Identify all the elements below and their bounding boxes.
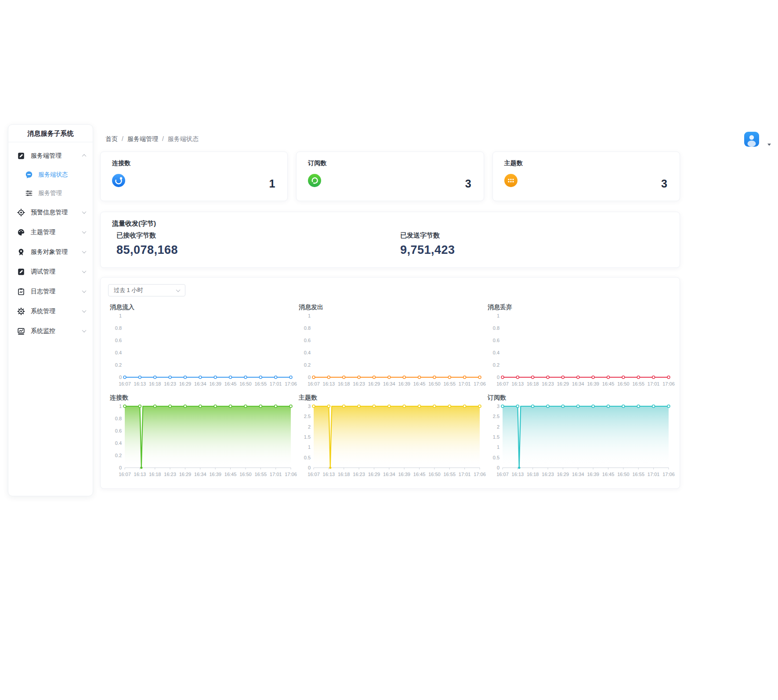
charts-card: 过去 1 小时 消息流入 10.80.60.40.2016:0716:1316:…: [100, 277, 680, 489]
svg-text:0.4: 0.4: [304, 350, 311, 355]
svg-text:16:29: 16:29: [179, 381, 192, 386]
svg-text:2: 2: [497, 424, 499, 429]
svg-text:16:07: 16:07: [308, 472, 320, 477]
avatar-caret-icon[interactable]: [767, 144, 771, 146]
svg-text:0: 0: [497, 465, 499, 470]
svg-text:17:01: 17:01: [270, 381, 282, 386]
svg-text:16:45: 16:45: [413, 381, 426, 386]
person-icon: [744, 132, 759, 147]
chevron-down-icon: [82, 209, 87, 214]
sidebar-item-label: 日志管理: [31, 288, 55, 296]
chart-messages-dropped: 消息丢弃 10.80.60.40.2016:0716:1316:1816:231…: [486, 302, 675, 389]
chart-title: 消息丢弃: [488, 303, 675, 311]
svg-text:16:45: 16:45: [602, 381, 615, 386]
svg-text:0.4: 0.4: [115, 440, 122, 446]
svg-text:16:55: 16:55: [633, 472, 645, 477]
clipboard-icon: [17, 288, 25, 296]
svg-text:17:01: 17:01: [270, 472, 282, 477]
traffic-sent: 已发送字节数 9,751,423: [400, 231, 455, 257]
sidebar-item-label: 服务对象管理: [31, 248, 68, 256]
svg-text:17:01: 17:01: [459, 381, 471, 386]
svg-text:16:50: 16:50: [428, 381, 441, 386]
svg-text:16:18: 16:18: [149, 381, 161, 386]
sidebar-item-alert-info-management[interactable]: 预警信息管理: [8, 202, 93, 222]
svg-text:0.4: 0.4: [493, 350, 499, 355]
chart-title: 主题数: [299, 394, 486, 402]
messages-out-chart: 10.80.60.40.2016:0716:1316:1816:2316:291…: [297, 311, 486, 389]
time-range-select[interactable]: 过去 1 小时: [108, 284, 185, 296]
user-avatar[interactable]: [744, 132, 759, 147]
svg-text:0.4: 0.4: [115, 350, 122, 355]
sidebar-menu: 服务端管理 服务端状态: [8, 142, 93, 341]
subscriptions-chart: 32.521.510.5016:0716:1316:1816:2316:2916…: [486, 402, 675, 479]
svg-text:16:18: 16:18: [338, 381, 350, 386]
chevron-up-icon: [82, 154, 87, 159]
svg-text:16:39: 16:39: [398, 472, 410, 477]
sidebar-item-topic-management[interactable]: 主题管理: [8, 222, 93, 242]
svg-text:17:06: 17:06: [285, 472, 297, 477]
svg-text:17:01: 17:01: [459, 472, 471, 477]
stat-value: 3: [465, 177, 471, 190]
svg-text:16:23: 16:23: [164, 381, 176, 386]
traffic-card: 流量收发(字节) 已接收字节数 85,078,168 已发送字节数 9,751,…: [100, 212, 680, 268]
sidebar-item-log-management[interactable]: 日志管理: [8, 281, 93, 301]
app-title: 消息服务子系统: [8, 125, 93, 142]
svg-text:1.5: 1.5: [304, 434, 311, 440]
svg-text:16:45: 16:45: [224, 381, 237, 386]
sidebar-item-system-monitor[interactable]: 系统监控: [8, 321, 93, 341]
svg-text:16:13: 16:13: [134, 381, 146, 386]
svg-text:16:13: 16:13: [323, 472, 335, 477]
svg-text:16:23: 16:23: [542, 381, 554, 386]
chart-messages-in: 消息流入 10.80.60.40.2016:0716:1316:1816:231…: [108, 302, 297, 389]
svg-text:16:07: 16:07: [496, 472, 509, 477]
topics-icon: [504, 174, 517, 187]
sidebar-item-service-management[interactable]: 服务管理: [8, 184, 93, 202]
svg-text:17:06: 17:06: [662, 381, 675, 386]
traffic-title: 流量收发(字节): [112, 220, 668, 228]
svg-text:16:13: 16:13: [512, 472, 524, 477]
chart-title: 订阅数: [488, 394, 675, 402]
connections-icon: [112, 174, 125, 187]
badge-icon: [17, 248, 25, 256]
svg-text:16:39: 16:39: [209, 472, 221, 477]
svg-text:16:29: 16:29: [557, 472, 569, 477]
sidebar-item-label: 预警信息管理: [31, 209, 68, 216]
messages-in-chart: 10.80.60.40.2016:0716:1316:1816:2316:291…: [108, 311, 297, 389]
svg-text:16:29: 16:29: [368, 472, 380, 477]
doc-pen-icon: [17, 152, 25, 160]
svg-text:17:01: 17:01: [648, 381, 660, 386]
svg-text:16:39: 16:39: [587, 472, 599, 477]
svg-text:16:45: 16:45: [224, 472, 237, 477]
svg-text:16:45: 16:45: [413, 472, 426, 477]
svg-text:0.2: 0.2: [304, 362, 311, 368]
svg-text:0.6: 0.6: [304, 338, 311, 343]
svg-text:0.5: 0.5: [304, 455, 311, 460]
stat-label: 连接数: [112, 159, 276, 167]
stat-value: 1: [269, 177, 275, 190]
svg-text:17:06: 17:06: [474, 472, 486, 477]
svg-text:17:01: 17:01: [648, 472, 660, 477]
svg-text:16:18: 16:18: [338, 472, 350, 477]
svg-text:0.6: 0.6: [115, 338, 122, 343]
chevron-down-icon: [82, 308, 87, 313]
svg-text:16:23: 16:23: [353, 381, 365, 386]
breadcrumb-home[interactable]: 首页: [105, 135, 118, 142]
svg-text:16:45: 16:45: [602, 472, 615, 477]
chevron-down-icon: [176, 288, 181, 292]
sidebar-item-service-object-management[interactable]: 服务对象管理: [8, 242, 93, 262]
sidebar-item-system-management[interactable]: 系统管理: [8, 301, 93, 321]
traffic-received-value: 85,078,168: [116, 243, 178, 257]
sidebar-item-server-status[interactable]: 服务端状态: [8, 166, 93, 184]
sliders-icon: [25, 189, 33, 197]
svg-text:0.6: 0.6: [115, 428, 122, 433]
svg-text:2.5: 2.5: [493, 414, 499, 419]
svg-text:1: 1: [497, 444, 499, 450]
page: 消息服务子系统 服务端管理 服务端状态: [0, 0, 778, 700]
svg-text:16:13: 16:13: [512, 381, 524, 386]
breadcrumb-server-management[interactable]: 服务端管理: [127, 135, 158, 142]
chart-connections: 连接数 10.80.60.40.2016:0716:1316:1816:2316…: [108, 392, 297, 479]
svg-text:17:06: 17:06: [285, 381, 297, 386]
connections-chart: 10.80.60.40.2016:0716:1316:1816:2316:291…: [108, 402, 297, 479]
sidebar-item-debug-management[interactable]: 调试管理: [8, 262, 93, 281]
sidebar-item-server-management[interactable]: 服务端管理: [8, 146, 93, 166]
